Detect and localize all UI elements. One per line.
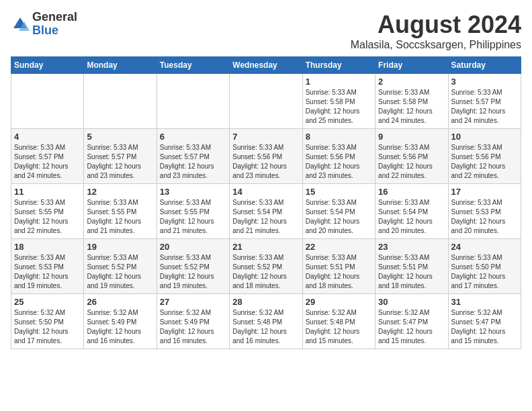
day-info: Sunrise: 5:33 AM Sunset: 5:57 PM Dayligh…: [451, 88, 518, 126]
header-saturday: Saturday: [448, 57, 521, 74]
calendar-week-row: 1Sunrise: 5:33 AM Sunset: 5:58 PM Daylig…: [11, 74, 521, 129]
calendar-cell: 20Sunrise: 5:33 AM Sunset: 5:52 PM Dayli…: [157, 239, 229, 294]
calendar-cell: 10Sunrise: 5:33 AM Sunset: 5:56 PM Dayli…: [448, 129, 521, 184]
header-tuesday: Tuesday: [157, 57, 229, 74]
day-info: Sunrise: 5:33 AM Sunset: 5:52 PM Dayligh…: [87, 253, 153, 291]
calendar-cell: 16Sunrise: 5:33 AM Sunset: 5:54 PM Dayli…: [375, 184, 448, 239]
day-number: 21: [232, 242, 299, 252]
day-number: 2: [378, 77, 445, 87]
calendar-week-row: 11Sunrise: 5:33 AM Sunset: 5:55 PM Dayli…: [11, 184, 521, 239]
calendar-cell: 4Sunrise: 5:33 AM Sunset: 5:57 PM Daylig…: [11, 129, 84, 184]
day-info: Sunrise: 5:33 AM Sunset: 5:56 PM Dayligh…: [378, 143, 445, 181]
day-info: Sunrise: 5:33 AM Sunset: 5:52 PM Dayligh…: [232, 253, 299, 291]
day-number: 18: [14, 242, 81, 252]
calendar-cell: 2Sunrise: 5:33 AM Sunset: 5:58 PM Daylig…: [375, 74, 448, 129]
day-number: 16: [378, 187, 445, 197]
calendar-cell: 15Sunrise: 5:33 AM Sunset: 5:54 PM Dayli…: [302, 184, 375, 239]
month-year-title: August 2024: [351, 11, 521, 39]
day-info: Sunrise: 5:33 AM Sunset: 5:54 PM Dayligh…: [378, 198, 445, 236]
location-subtitle: Malasila, Soccsksargen, Philippines: [351, 39, 521, 51]
calendar-cell: 24Sunrise: 5:33 AM Sunset: 5:50 PM Dayli…: [448, 239, 521, 294]
calendar-header-row: SundayMondayTuesdayWednesdayThursdayFrid…: [11, 57, 521, 74]
header-monday: Monday: [84, 57, 157, 74]
day-info: Sunrise: 5:32 AM Sunset: 5:47 PM Dayligh…: [451, 308, 518, 346]
calendar-cell: 1Sunrise: 5:33 AM Sunset: 5:58 PM Daylig…: [302, 74, 375, 129]
calendar-cell: 23Sunrise: 5:33 AM Sunset: 5:51 PM Dayli…: [375, 239, 448, 294]
day-info: Sunrise: 5:33 AM Sunset: 5:52 PM Dayligh…: [160, 253, 226, 291]
day-number: 24: [451, 242, 518, 252]
day-number: 3: [451, 77, 518, 87]
calendar-cell: 30Sunrise: 5:32 AM Sunset: 5:47 PM Dayli…: [375, 294, 448, 349]
calendar-cell: 12Sunrise: 5:33 AM Sunset: 5:55 PM Dayli…: [84, 184, 157, 239]
day-number: 12: [87, 187, 153, 197]
day-number: 28: [232, 297, 299, 307]
day-info: Sunrise: 5:32 AM Sunset: 5:47 PM Dayligh…: [378, 308, 445, 346]
day-info: Sunrise: 5:33 AM Sunset: 5:51 PM Dayligh…: [378, 253, 445, 291]
calendar-cell: [230, 74, 302, 129]
day-number: 23: [378, 242, 445, 252]
day-number: 4: [14, 132, 81, 142]
calendar-cell: 26Sunrise: 5:32 AM Sunset: 5:49 PM Dayli…: [84, 294, 157, 349]
day-number: 26: [87, 297, 153, 307]
header-thursday: Thursday: [302, 57, 375, 74]
calendar-cell: 17Sunrise: 5:33 AM Sunset: 5:53 PM Dayli…: [448, 184, 521, 239]
day-number: 30: [378, 297, 445, 307]
calendar-cell: [84, 74, 157, 129]
day-number: 6: [160, 132, 226, 142]
day-info: Sunrise: 5:33 AM Sunset: 5:58 PM Dayligh…: [378, 88, 445, 126]
day-info: Sunrise: 5:32 AM Sunset: 5:49 PM Dayligh…: [87, 308, 153, 346]
day-number: 8: [306, 132, 372, 142]
day-info: Sunrise: 5:33 AM Sunset: 5:55 PM Dayligh…: [160, 198, 226, 236]
logo-general-text: General: [32, 11, 77, 24]
calendar-cell: 22Sunrise: 5:33 AM Sunset: 5:51 PM Dayli…: [302, 239, 375, 294]
calendar-cell: 29Sunrise: 5:32 AM Sunset: 5:48 PM Dayli…: [302, 294, 375, 349]
day-info: Sunrise: 5:33 AM Sunset: 5:55 PM Dayligh…: [87, 198, 153, 236]
day-info: Sunrise: 5:33 AM Sunset: 5:57 PM Dayligh…: [14, 143, 81, 181]
calendar-cell: 3Sunrise: 5:33 AM Sunset: 5:57 PM Daylig…: [448, 74, 521, 129]
day-info: Sunrise: 5:33 AM Sunset: 5:56 PM Dayligh…: [451, 143, 518, 181]
day-number: 5: [87, 132, 153, 142]
calendar-cell: 28Sunrise: 5:32 AM Sunset: 5:48 PM Dayli…: [230, 294, 302, 349]
day-info: Sunrise: 5:33 AM Sunset: 5:58 PM Dayligh…: [306, 88, 372, 126]
logo-blue-text: Blue: [32, 24, 77, 38]
day-number: 31: [451, 297, 518, 307]
calendar-cell: 31Sunrise: 5:32 AM Sunset: 5:47 PM Dayli…: [448, 294, 521, 349]
logo: General Blue: [11, 11, 77, 38]
calendar-table: SundayMondayTuesdayWednesdayThursdayFrid…: [11, 56, 521, 349]
day-info: Sunrise: 5:32 AM Sunset: 5:48 PM Dayligh…: [232, 308, 299, 346]
day-info: Sunrise: 5:33 AM Sunset: 5:51 PM Dayligh…: [306, 253, 372, 291]
day-info: Sunrise: 5:33 AM Sunset: 5:50 PM Dayligh…: [451, 253, 518, 291]
calendar-week-row: 25Sunrise: 5:32 AM Sunset: 5:50 PM Dayli…: [11, 294, 521, 349]
day-info: Sunrise: 5:33 AM Sunset: 5:56 PM Dayligh…: [306, 143, 372, 181]
day-number: 25: [14, 297, 81, 307]
day-info: Sunrise: 5:32 AM Sunset: 5:50 PM Dayligh…: [14, 308, 81, 346]
day-info: Sunrise: 5:33 AM Sunset: 5:53 PM Dayligh…: [14, 253, 81, 291]
day-number: 13: [160, 187, 226, 197]
day-info: Sunrise: 5:32 AM Sunset: 5:49 PM Dayligh…: [160, 308, 226, 346]
calendar-cell: 9Sunrise: 5:33 AM Sunset: 5:56 PM Daylig…: [375, 129, 448, 184]
day-number: 11: [14, 187, 81, 197]
page-header: General Blue August 2024 Malasila, Soccs…: [11, 11, 521, 51]
day-number: 17: [451, 187, 518, 197]
day-number: 29: [306, 297, 372, 307]
calendar-cell: 13Sunrise: 5:33 AM Sunset: 5:55 PM Dayli…: [157, 184, 229, 239]
calendar-week-row: 18Sunrise: 5:33 AM Sunset: 5:53 PM Dayli…: [11, 239, 521, 294]
calendar-cell: [11, 74, 84, 129]
day-number: 20: [160, 242, 226, 252]
calendar-cell: 14Sunrise: 5:33 AM Sunset: 5:54 PM Dayli…: [230, 184, 302, 239]
calendar-cell: 8Sunrise: 5:33 AM Sunset: 5:56 PM Daylig…: [302, 129, 375, 184]
header-sunday: Sunday: [11, 57, 84, 74]
day-info: Sunrise: 5:33 AM Sunset: 5:55 PM Dayligh…: [14, 198, 81, 236]
calendar-cell: 5Sunrise: 5:33 AM Sunset: 5:57 PM Daylig…: [84, 129, 157, 184]
day-number: 1: [306, 77, 372, 87]
calendar-cell: 25Sunrise: 5:32 AM Sunset: 5:50 PM Dayli…: [11, 294, 84, 349]
day-info: Sunrise: 5:33 AM Sunset: 5:57 PM Dayligh…: [87, 143, 153, 181]
calendar-cell: 21Sunrise: 5:33 AM Sunset: 5:52 PM Dayli…: [230, 239, 302, 294]
day-info: Sunrise: 5:33 AM Sunset: 5:56 PM Dayligh…: [232, 143, 299, 181]
day-number: 9: [378, 132, 445, 142]
day-number: 15: [306, 187, 372, 197]
calendar-week-row: 4Sunrise: 5:33 AM Sunset: 5:57 PM Daylig…: [11, 129, 521, 184]
calendar-cell: 7Sunrise: 5:33 AM Sunset: 5:56 PM Daylig…: [230, 129, 302, 184]
day-number: 10: [451, 132, 518, 142]
calendar-cell: 11Sunrise: 5:33 AM Sunset: 5:55 PM Dayli…: [11, 184, 84, 239]
